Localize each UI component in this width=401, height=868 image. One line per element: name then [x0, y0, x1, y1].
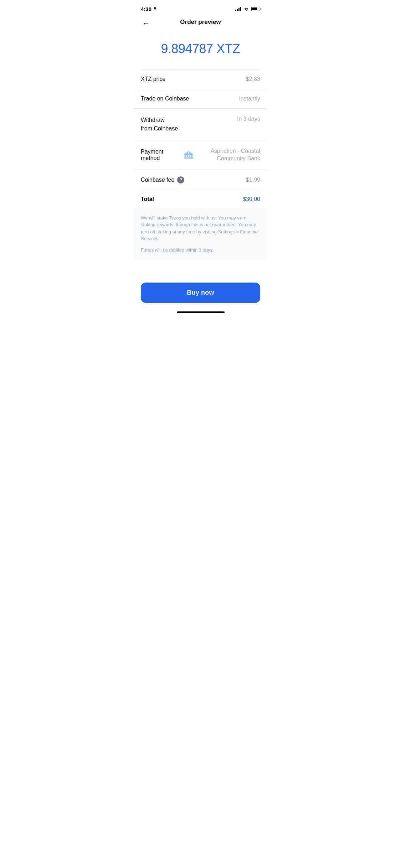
payment-value: Aspiration - Coastal Community Bank	[184, 148, 260, 162]
trade-row: Trade on Coinbase Instantly	[134, 89, 267, 109]
svg-rect-1	[184, 157, 193, 159]
fee-section: Coinbase fee ? $1.99	[134, 170, 267, 190]
svg-rect-0	[184, 154, 193, 155]
xtz-price-row: XTZ price $2.83	[134, 69, 267, 89]
crypto-amount: 9.894787 XTZ	[141, 41, 260, 56]
fee-label-text: Coinbase fee	[141, 177, 174, 183]
help-icon-button[interactable]: ?	[177, 176, 184, 184]
header: ← Order preview	[134, 16, 267, 31]
withdraw-label-line1: Withdraw	[141, 117, 165, 123]
help-question-mark: ?	[180, 178, 182, 182]
time-label: 4:30	[141, 6, 151, 12]
bank-name: Aspiration - Coastal Community Bank	[196, 148, 260, 162]
battery-icon	[251, 7, 260, 11]
total-label: Total	[141, 196, 154, 202]
wifi-icon	[243, 7, 249, 11]
trade-value: Instantly	[239, 95, 260, 102]
staking-disclaimer: We will stake Tezos you hold with us. Yo…	[141, 215, 260, 242]
back-button[interactable]: ←	[141, 18, 151, 29]
withdraw-label: Withdraw from Coinbase	[141, 116, 178, 133]
svg-point-7	[188, 152, 189, 154]
xtz-price-value: $2.83	[246, 76, 260, 82]
total-row: Total $30.00	[134, 190, 267, 208]
svg-rect-2	[185, 155, 186, 157]
disclaimer-section: We will stake Tezos you hold with us. Yo…	[134, 208, 267, 260]
withdraw-row: Withdraw from Coinbase In 3 days	[134, 109, 267, 140]
fee-label: Coinbase fee ?	[141, 176, 184, 184]
status-bar: 4:30	[134, 0, 267, 16]
payment-row: Payment method Aspiration - Coastal Comm…	[134, 140, 267, 170]
status-icons	[235, 7, 260, 11]
bottom-section: Buy now	[134, 274, 267, 309]
xtz-price-label: XTZ price	[141, 76, 165, 82]
funds-disclaimer: Funds will be debited within 3 days.	[141, 247, 260, 254]
svg-rect-3	[187, 155, 188, 157]
svg-rect-5	[191, 155, 192, 157]
buy-now-button[interactable]: Buy now	[141, 283, 260, 303]
signal-icon	[235, 7, 241, 11]
back-arrow-icon: ←	[142, 19, 150, 28]
svg-rect-4	[189, 155, 190, 157]
amount-section: 9.894787 XTZ	[134, 31, 267, 69]
withdraw-label-line2: from Coinbase	[141, 125, 178, 131]
withdraw-value: In 3 days	[237, 116, 260, 122]
status-time: 4:30	[141, 6, 157, 12]
home-bar	[177, 311, 225, 313]
bank-icon	[184, 151, 194, 159]
fee-value: $1.99	[246, 177, 260, 183]
home-indicator	[134, 309, 267, 315]
spacer	[134, 260, 267, 274]
total-value: $30.00	[243, 196, 260, 202]
page-title: Order preview	[180, 19, 221, 26]
trade-label: Trade on Coinbase	[141, 95, 189, 102]
location-icon	[153, 7, 157, 11]
fee-row: Coinbase fee ? $1.99	[141, 170, 260, 190]
payment-label: Payment method	[141, 149, 184, 161]
